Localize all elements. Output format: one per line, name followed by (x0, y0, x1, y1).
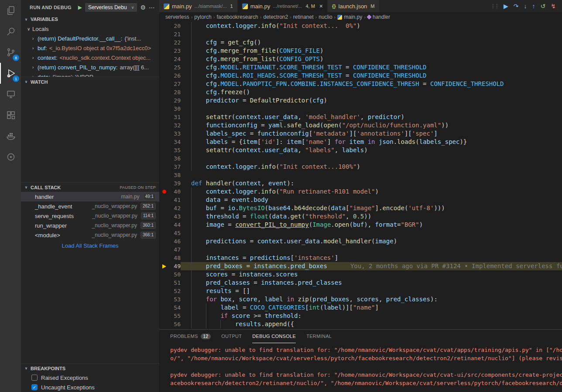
variable-row[interactable]: ›buf:<_io.BytesIO object at 0x7f5a2dc1ec… (21, 43, 159, 53)
glyph-margin[interactable] (159, 38, 169, 47)
glyph-margin[interactable] (159, 105, 169, 113)
code-line-55[interactable]: 55if score >= threshold: (159, 312, 562, 320)
code-line-32[interactable]: 32functionconfig = yaml.safe_load(open("… (159, 121, 562, 130)
disconnect-button[interactable]: ↯ (551, 3, 556, 10)
glyph-margin[interactable] (159, 146, 169, 154)
glyph-margin[interactable] (159, 303, 169, 312)
glyph-margin[interactable] (159, 113, 169, 121)
breadcrumb-item-nuclio[interactable]: nuclio (319, 14, 332, 20)
glyph-margin[interactable] (159, 179, 169, 187)
breadcrumb-item-detectron2[interactable]: detectron2 (263, 14, 288, 20)
activity-bar-extensions[interactable] (0, 105, 21, 126)
code-line-52[interactable]: 52results = [] (159, 287, 562, 295)
code-line-43[interactable]: 43threshold = float(data.get("threshold"… (159, 212, 562, 221)
step-over-button[interactable]: ↷ (514, 3, 519, 10)
stack-frame-serve_requests[interactable]: serve_requests_nuclio_wrapper.py114:1 (21, 211, 159, 221)
glyph-margin[interactable] (159, 196, 169, 204)
breadcrumb-item-handler[interactable]: handler (367, 14, 390, 20)
glyph-margin[interactable] (159, 320, 169, 328)
load-all-stack-frames-link[interactable]: Load All Stack Frames (21, 240, 159, 251)
breadcrumb-item-pytorch[interactable]: pytorch (194, 14, 211, 20)
glyph-margin[interactable] (159, 221, 169, 229)
glyph-margin[interactable] (159, 88, 169, 96)
start-debug-icon[interactable]: ▶ (78, 4, 82, 10)
panel-tab-output[interactable]: OUTPUT (221, 330, 242, 343)
glyph-margin[interactable] (159, 22, 169, 30)
breakpoint-row[interactable]: Raised Exceptions (21, 373, 159, 382)
breadcrumb-item-retinanet[interactable]: retinanet (293, 14, 314, 20)
glyph-margin[interactable] (159, 55, 169, 63)
activity-bar-source-control[interactable]: 8 (0, 42, 21, 63)
code-line-20[interactable]: 20context.logger.info("Init context... 0… (159, 22, 562, 30)
variables-section-header[interactable]: ∨ VARIABLES (21, 14, 159, 24)
panel-tab-terminal[interactable]: TERMINAL (306, 330, 332, 343)
code-line-25[interactable]: 25cfg.MODEL.RETINANET.SCORE_THRESH_TEST … (159, 63, 562, 72)
glyph-margin[interactable] (159, 121, 169, 130)
breadcrumb-item-facebookresearch[interactable]: facebookresearch (216, 14, 258, 20)
code-line-46[interactable]: 46predictions = context.user_data.model_… (159, 237, 562, 245)
variable-row[interactable]: ›context:<nuclio_sdk.context.Context obj… (21, 53, 159, 62)
code-line-35[interactable]: 35setattr(context.user_data, "labels", l… (159, 146, 562, 154)
variable-row[interactable]: ›(return) DefaultPredictor.__call__:{'in… (21, 34, 159, 43)
code-line-56[interactable]: 56results.append({ (159, 320, 562, 328)
more-actions-icon[interactable]: ⋯ (149, 4, 155, 11)
code-line-42[interactable]: 42buf = io.BytesIO(base64.b64decode(data… (159, 204, 562, 212)
stack-frame-_handle_event[interactable]: _handle_event_nuclio_wrapper.py262:1 (21, 201, 159, 211)
activity-bar-search[interactable] (0, 21, 21, 42)
glyph-margin[interactable] (159, 47, 169, 55)
glyph-margin[interactable] (159, 96, 169, 105)
glyph-margin[interactable] (159, 171, 169, 179)
glyph-margin[interactable] (159, 187, 169, 196)
glyph-margin[interactable] (159, 30, 169, 38)
code-line-48[interactable]: 48instances = predictions['instances'] (159, 254, 562, 262)
code-line-34[interactable]: 34labels = {item['id']: item['name'] for… (159, 138, 562, 146)
glyph-margin[interactable] (159, 245, 169, 254)
glyph-margin[interactable] (159, 295, 169, 303)
glyph-margin[interactable] (159, 204, 169, 212)
code-line-45[interactable]: 45 (159, 229, 562, 237)
code-line-53[interactable]: 53for box, score, label in zip(pred_boxe… (159, 295, 562, 303)
glyph-margin[interactable] (159, 163, 169, 171)
glyph-margin[interactable] (159, 72, 169, 80)
activity-bar-explorer[interactable] (0, 0, 21, 21)
close-icon[interactable]: × (319, 3, 323, 10)
continue-button[interactable]: ▶ (504, 3, 508, 10)
debug-config-dropdown[interactable]: Serverless Debu ∨ (85, 3, 137, 12)
breakpoint-row[interactable]: ✓Uncaught Exceptions (21, 382, 159, 392)
glyph-margin[interactable] (159, 130, 169, 138)
glyph-margin[interactable] (159, 229, 169, 237)
glyph-margin[interactable] (159, 312, 169, 320)
code-line-37[interactable]: 37context.logger.info("Init context...10… (159, 163, 562, 171)
glyph-margin[interactable] (159, 80, 169, 88)
checkbox-unchecked-icon[interactable] (31, 375, 38, 381)
tab-launch.json-2[interactable]: {}launch.jsonM (328, 0, 380, 12)
code-line-29[interactable]: 29predictor = DefaultPredictor(cfg) (159, 96, 562, 105)
variable-row[interactable]: ›data:{'image': 'iVBOR... (21, 72, 159, 77)
tab-main.py-1[interactable]: main.py.../retinanet/...4, M× (238, 0, 328, 12)
variable-row[interactable]: ›(return) convert_PIL_to_numpy:array([[[… (21, 62, 159, 72)
code-line-27[interactable]: 27cfg.MODEL.PANOPTIC_FPN.COMBINE.INSTANC… (159, 80, 562, 88)
watch-section-header[interactable]: ∨ WATCH (21, 77, 159, 86)
restart-button[interactable]: ↺ (541, 3, 546, 10)
glyph-margin[interactable] (159, 154, 169, 163)
code-line-30[interactable]: 30 (159, 105, 562, 113)
code-line-36[interactable]: 36 (159, 154, 562, 163)
glyph-margin[interactable] (159, 287, 169, 295)
breakpoints-section-header[interactable]: ∨ BREAKPOINTS (21, 363, 159, 373)
activity-bar-remote-explorer[interactable] (0, 84, 21, 105)
code-line-21[interactable]: 21 (159, 30, 562, 38)
code-line-26[interactable]: 26cfg.MODEL.ROI_HEADS.SCORE_THRESH_TEST … (159, 72, 562, 80)
code-line-31[interactable]: 31setattr(context.user_data, 'model_hand… (159, 113, 562, 121)
panel-tab-problems[interactable]: PROBLEMS12 (170, 330, 211, 343)
breadcrumb-item-serverless[interactable]: serverless (165, 14, 189, 20)
step-out-button[interactable]: ↑ (532, 3, 535, 10)
code-line-33[interactable]: 33labels_spec = functionconfig['metadata… (159, 130, 562, 138)
stack-frame-handler[interactable]: handlermain.py49:1 (21, 192, 159, 201)
toolbar-drag-handle-icon[interactable]: ⋮⋮ (490, 3, 498, 9)
code-line-50[interactable]: 50scores = instances.scores (159, 270, 562, 279)
code-line-41[interactable]: 41data = event.body (159, 196, 562, 204)
activity-bar-docker[interactable] (0, 126, 21, 147)
code-line-38[interactable]: 38 (159, 171, 562, 179)
glyph-margin[interactable] (159, 138, 169, 146)
breakpoint-icon[interactable] (162, 190, 166, 194)
